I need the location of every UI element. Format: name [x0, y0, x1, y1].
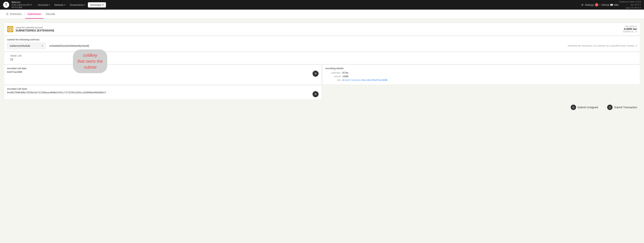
netuid-row: netuid 1600 — [326, 75, 637, 78]
netuid-label: netuid: u16 — [10, 54, 637, 57]
extrinsic-form: submit the following extrinsic subtensor… — [4, 36, 640, 51]
wiki-link[interactable]: 📖 Wiki — [610, 3, 619, 6]
tab-extrinsics[interactable]: ☰ Extrinsics — [4, 9, 24, 18]
nav-settings[interactable]: ⚙ Settings 1 — [581, 3, 598, 6]
chevron-down-icon: ▾ — [102, 3, 104, 6]
account-icon — [7, 26, 13, 32]
chevron-down-icon: ▾ — [84, 4, 85, 6]
copy-icon: ⧉ — [315, 72, 316, 75]
nav-accounts[interactable]: Accounts ▾ — [36, 2, 52, 7]
form-description: Schedule the dissolution of a network at… — [93, 44, 637, 47]
account-name: SUBNETDEREG (EXTENSION) — [16, 29, 620, 32]
encoded-call-hash-box: encoded call hash 0x402f09b98b2f020a3e71… — [4, 85, 322, 100]
submit-transaction-icon: ⊙ — [607, 105, 612, 110]
encoded-hash-grid: encoded call hash 0x402f09b98b2f020a3e71… — [4, 85, 640, 100]
netuid-section: netuid: u16 22 — [4, 52, 640, 64]
book-icon: 📖 — [610, 3, 613, 6]
github-link[interactable]: ⑂ GitHub — [599, 3, 609, 6]
actions-row: ⊙ Submit Unsigned ⊙ Submit Transaction — [4, 100, 640, 115]
account-row: using the selected account SUBNETDEREG (… — [4, 23, 640, 35]
inbox-icon: ☰ — [6, 12, 9, 15]
settings-gear-icon: ⚙ — [581, 3, 584, 6]
nav-governance[interactable]: Governance ▾ — [68, 2, 87, 7]
call-hash-value: 0x402f09b98b2f020a3e71318baea890e5355cf1… — [7, 91, 106, 94]
netuid-key: netuid — [326, 75, 341, 78]
call-data-value: 0x074a1600 — [7, 70, 22, 73]
submit-unsigned-icon: ⊙ — [571, 105, 576, 110]
encoding-details-box: encoding details callIndex 074a netuid 1… — [322, 65, 640, 85]
account-label: using the selected account — [16, 26, 620, 29]
callindex-row: callIndex 074a — [326, 71, 637, 74]
app-logo: T — [3, 2, 9, 8]
copy-call-data-button[interactable]: ⧉ — [312, 70, 318, 77]
link-key: link — [326, 79, 341, 81]
chevron-down-icon: ▾ — [42, 44, 43, 47]
copy-call-hash-button[interactable]: ⧉ — [312, 91, 318, 97]
sub-navigation: ☰ Extrinsics › Submission Decode — [0, 9, 644, 19]
account-info: using the selected account SUBNETDEREG (… — [16, 26, 620, 32]
link-row: link #/extrinsics/decode/0x074a1600 — [326, 79, 637, 81]
node-sub: node-subtensor/202 ▾ — [12, 4, 32, 6]
details-label: encoding details — [326, 67, 637, 70]
settings-badge: 1 — [595, 3, 598, 6]
account-balance: free balance 0.0000 tao 5D58HPJX... ▾ — [623, 25, 637, 33]
node-name: Bittensor — [12, 1, 32, 4]
balance-value: 0.0000 tao — [623, 27, 637, 30]
chevron-down-icon: ▾ — [49, 4, 50, 6]
chevron-down-icon: ▾ — [636, 44, 637, 47]
submit-transaction-button[interactable]: ⊙ Submit Transaction — [604, 103, 640, 112]
chevron-down-icon: ▾ — [64, 4, 65, 6]
form-row: subtensorModule ▾ scheduleDissolveNetwor… — [4, 41, 640, 51]
nav-network[interactable]: Network ▾ — [52, 2, 67, 7]
submit-unsigned-button[interactable]: ⊙ Submit Unsigned — [568, 103, 601, 112]
nav-developer[interactable]: Developer ▾ — [88, 2, 106, 7]
callindex-val: 074a — [342, 71, 348, 74]
decode-link[interactable]: #/extrinsics/decode/0x074a1600 — [342, 79, 388, 81]
balance-label: free balance — [623, 25, 637, 27]
call-hash-label: encoded call hash — [7, 88, 318, 90]
github-icon: ⑂ — [599, 3, 601, 6]
tab-decode[interactable]: Decode — [44, 9, 58, 18]
form-header: submit the following extrinsic — [4, 36, 640, 41]
call-data-label: encoded call data — [7, 67, 318, 70]
module-select[interactable]: subtensorModule ▾ — [7, 42, 46, 49]
top-navigation: T Bittensor node-subtensor/202 ▾ #4,072,… — [0, 0, 644, 9]
tab-submission[interactable]: Submission — [25, 9, 44, 18]
netuid-value[interactable]: 22 — [10, 58, 637, 61]
netuid-detail-val: 1600 — [342, 75, 348, 78]
method-display: scheduleDissolveNetwork(netuid) — [47, 43, 92, 49]
balance-address: 5D58HPJX... ▾ — [623, 30, 637, 33]
node-block: #4,072,896 — [12, 6, 32, 9]
callindex-key: callIndex — [326, 71, 341, 74]
copy-icon: ⧉ — [315, 93, 316, 96]
node-info: Bittensor node-subtensor/202 ▾ #4,072,89… — [12, 1, 32, 9]
encoded-call-data-box: encoded call data 0x074a1600 ⧉ — [4, 65, 322, 85]
version-info: Subtensor Node v4.0.0 api v14.0.1 apps v… — [619, 0, 641, 9]
main-content: coldkey that owns the subnet using the s… — [0, 19, 644, 118]
encoded-grid: encoded call data 0x074a1600 ⧉ encoding … — [4, 65, 640, 85]
chevron-down-icon[interactable]: ▾ — [636, 30, 637, 33]
